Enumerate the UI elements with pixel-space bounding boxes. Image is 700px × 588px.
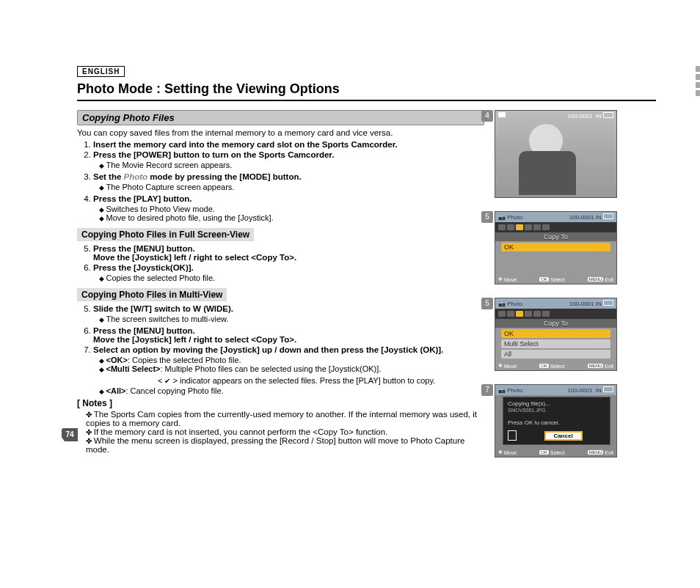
instructions-column: Copying Photo Files You can copy saved f… xyxy=(77,110,484,457)
notes-list: The Sports Cam copies from the currently… xyxy=(77,410,484,454)
steps-fullscreen: Press the [MENU] button. Move the [Joyst… xyxy=(77,244,484,282)
camera-icon xyxy=(498,112,506,117)
step-badge: 7 xyxy=(481,384,493,396)
file-icon xyxy=(508,430,517,441)
menu-multi-select[interactable]: Multi Select xyxy=(501,339,610,348)
screenshot-4: 4 100-0001 IN xyxy=(495,110,627,198)
manual-page: ENGLISH Photo Mode : Setting the Viewing… xyxy=(0,0,700,487)
menu-ok[interactable]: OK xyxy=(501,329,610,338)
battery-icon xyxy=(603,112,613,118)
select-hint: OK Select xyxy=(539,276,564,282)
language-tag: ENGLISH xyxy=(77,66,125,77)
exit-hint: MENU Exit xyxy=(588,276,613,282)
lcd-menu-copyto-single: 📷 Photo100-0001 IN Copy To OK ✥ Move OK … xyxy=(495,211,617,284)
lcd-menu-copyto-multi: 📷 Photo100-0001 IN Copy To OK Multi Sele… xyxy=(495,298,617,371)
notes-title: [ Notes ] xyxy=(77,398,484,408)
step-badge: 4 xyxy=(481,110,493,122)
step-badge: 5 xyxy=(481,211,493,223)
sub-header-full: Copying Photo Files in Full Screen-View xyxy=(77,228,254,241)
screenshot-5a: 5 📷 Photo100-0001 IN Copy To OK ✥ Move O… xyxy=(495,211,627,284)
lcd-photo-view: 100-0001 IN xyxy=(495,110,617,198)
cancel-button[interactable]: Cancel xyxy=(544,431,583,441)
section-header: Copying Photo Files xyxy=(77,110,484,125)
steps-main: Insert the memory card into the memory c… xyxy=(77,140,484,222)
page-number: 74 xyxy=(62,428,78,441)
menu-ok[interactable]: OK xyxy=(501,243,610,251)
move-hint: ✥ Move xyxy=(498,276,517,282)
steps-multiview: Slide the [W/T] switch to W (WIDE). The … xyxy=(77,304,484,395)
lcd-copying-dialog: 📷 Photo100-0001 IN Copying file(s)... SM… xyxy=(495,384,617,457)
screenshot-7: 7 📷 Photo100-0001 IN Copying file(s)... … xyxy=(495,384,627,457)
page-title: Photo Mode : Setting the Viewing Options xyxy=(77,81,656,101)
intro-text: You can copy saved files from the intern… xyxy=(77,128,484,137)
screenshots-column: 4 100-0001 IN 5 📷 Photo100-0001 IN Copy … xyxy=(495,110,627,457)
screenshot-5b: 5 📷 Photo100-0001 IN Copy To OK Multi Se… xyxy=(495,298,627,371)
menu-all[interactable]: All xyxy=(501,350,610,359)
sub-header-multi: Copying Photo Files in Multi-View xyxy=(77,288,227,301)
step-badge: 5 xyxy=(481,298,493,309)
